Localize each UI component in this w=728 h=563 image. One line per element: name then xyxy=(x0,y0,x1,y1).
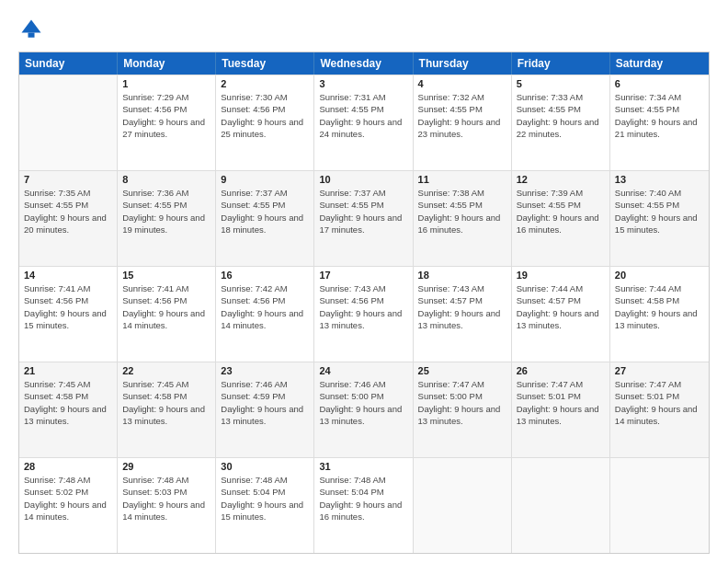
header-cell-saturday: Saturday xyxy=(610,52,709,75)
daylight-text: Daylight: 9 hours and 23 minutes. xyxy=(418,116,506,141)
calendar-cell: 17Sunrise: 7:43 AMSunset: 4:56 PMDayligh… xyxy=(314,267,413,362)
calendar: SundayMondayTuesdayWednesdayThursdayFrid… xyxy=(18,52,710,554)
calendar-cell: 26Sunrise: 7:47 AMSunset: 5:01 PMDayligh… xyxy=(512,362,610,457)
sunset-text: Sunset: 4:56 PM xyxy=(221,294,309,306)
day-number: 10 xyxy=(319,174,407,185)
calendar-cell: 21Sunrise: 7:45 AMSunset: 4:58 PMDayligh… xyxy=(19,362,118,457)
calendar-cell: 1Sunrise: 7:29 AMSunset: 4:56 PMDaylight… xyxy=(118,75,216,170)
sunrise-text: Sunrise: 7:48 AM xyxy=(221,474,309,486)
calendar-row: 28Sunrise: 7:48 AMSunset: 5:02 PMDayligh… xyxy=(19,457,709,553)
daylight-text: Daylight: 9 hours and 14 minutes. xyxy=(615,403,704,428)
calendar-cell: 18Sunrise: 7:43 AMSunset: 4:57 PMDayligh… xyxy=(414,267,512,362)
calendar-cell: 24Sunrise: 7:46 AMSunset: 5:00 PMDayligh… xyxy=(314,362,413,457)
sunrise-text: Sunrise: 7:45 AM xyxy=(122,378,210,390)
sunrise-text: Sunrise: 7:37 AM xyxy=(221,187,309,199)
calendar-cell xyxy=(610,458,709,553)
daylight-text: Daylight: 9 hours and 20 minutes. xyxy=(24,212,112,236)
day-number: 30 xyxy=(221,461,309,472)
sunrise-text: Sunrise: 7:37 AM xyxy=(319,187,407,199)
sunrise-text: Sunrise: 7:41 AM xyxy=(122,282,210,294)
daylight-text: Daylight: 9 hours and 13 minutes. xyxy=(418,307,506,332)
sunset-text: Sunset: 4:55 PM xyxy=(221,199,309,211)
day-number: 3 xyxy=(319,78,407,89)
calendar-body: 1Sunrise: 7:29 AMSunset: 4:56 PMDaylight… xyxy=(19,75,709,553)
daylight-text: Daylight: 9 hours and 15 minutes. xyxy=(221,499,309,523)
calendar-cell: 15Sunrise: 7:41 AMSunset: 4:56 PMDayligh… xyxy=(118,267,216,362)
sunset-text: Sunset: 5:02 PM xyxy=(24,486,112,498)
daylight-text: Daylight: 9 hours and 16 minutes. xyxy=(319,499,407,523)
sunrise-text: Sunrise: 7:44 AM xyxy=(517,282,605,294)
sunset-text: Sunset: 4:55 PM xyxy=(615,199,704,211)
sunset-text: Sunset: 5:03 PM xyxy=(122,486,210,498)
day-number: 9 xyxy=(221,174,309,185)
sunset-text: Sunset: 4:58 PM xyxy=(24,390,112,402)
sunset-text: Sunset: 4:55 PM xyxy=(24,199,112,211)
sunset-text: Sunset: 4:56 PM xyxy=(221,103,309,115)
day-number: 21 xyxy=(24,365,112,376)
header xyxy=(18,17,710,42)
daylight-text: Daylight: 9 hours and 14 minutes. xyxy=(24,499,112,523)
sunset-text: Sunset: 4:58 PM xyxy=(615,294,704,306)
daylight-text: Daylight: 9 hours and 24 minutes. xyxy=(319,116,407,141)
sunset-text: Sunset: 4:55 PM xyxy=(615,103,704,115)
sunset-text: Sunset: 4:55 PM xyxy=(418,199,506,211)
calendar-cell: 20Sunrise: 7:44 AMSunset: 4:58 PMDayligh… xyxy=(610,267,709,362)
day-number: 6 xyxy=(615,78,704,89)
sunrise-text: Sunrise: 7:34 AM xyxy=(615,91,704,103)
day-number: 23 xyxy=(221,365,309,376)
daylight-text: Daylight: 9 hours and 13 minutes. xyxy=(319,307,407,332)
sunset-text: Sunset: 4:57 PM xyxy=(517,294,605,306)
day-number: 12 xyxy=(517,174,605,185)
calendar-cell: 13Sunrise: 7:40 AMSunset: 4:55 PMDayligh… xyxy=(610,171,709,266)
logo xyxy=(18,17,48,42)
sunset-text: Sunset: 4:56 PM xyxy=(24,294,112,306)
calendar-cell: 12Sunrise: 7:39 AMSunset: 4:55 PMDayligh… xyxy=(512,171,610,266)
sunrise-text: Sunrise: 7:46 AM xyxy=(221,378,309,390)
calendar-row: 1Sunrise: 7:29 AMSunset: 4:56 PMDaylight… xyxy=(19,75,709,170)
day-number: 31 xyxy=(319,461,407,472)
day-number: 8 xyxy=(122,174,210,185)
day-number: 5 xyxy=(517,78,605,89)
sunrise-text: Sunrise: 7:36 AM xyxy=(122,187,210,199)
sunrise-text: Sunrise: 7:47 AM xyxy=(517,378,605,390)
daylight-text: Daylight: 9 hours and 21 minutes. xyxy=(615,116,704,141)
sunset-text: Sunset: 4:55 PM xyxy=(122,199,210,211)
calendar-cell: 27Sunrise: 7:47 AMSunset: 5:01 PMDayligh… xyxy=(610,362,709,457)
daylight-text: Daylight: 9 hours and 27 minutes. xyxy=(122,116,210,141)
sunset-text: Sunset: 5:04 PM xyxy=(319,486,407,498)
sunrise-text: Sunrise: 7:40 AM xyxy=(615,187,704,199)
daylight-text: Daylight: 9 hours and 13 minutes. xyxy=(319,403,407,428)
sunset-text: Sunset: 5:01 PM xyxy=(517,390,605,402)
calendar-cell: 28Sunrise: 7:48 AMSunset: 5:02 PMDayligh… xyxy=(19,458,118,553)
svg-rect-1 xyxy=(28,33,35,38)
daylight-text: Daylight: 9 hours and 18 minutes. xyxy=(221,212,309,236)
sunrise-text: Sunrise: 7:32 AM xyxy=(418,91,506,103)
sunrise-text: Sunrise: 7:30 AM xyxy=(221,91,309,103)
sunset-text: Sunset: 4:55 PM xyxy=(319,103,407,115)
day-number: 18 xyxy=(418,270,506,281)
day-number: 4 xyxy=(418,78,506,89)
daylight-text: Daylight: 9 hours and 22 minutes. xyxy=(517,116,605,141)
day-number: 14 xyxy=(24,270,112,281)
sunset-text: Sunset: 4:58 PM xyxy=(122,390,210,402)
sunset-text: Sunset: 5:00 PM xyxy=(418,390,506,402)
svg-marker-0 xyxy=(22,20,41,33)
daylight-text: Daylight: 9 hours and 25 minutes. xyxy=(221,116,309,141)
calendar-cell: 31Sunrise: 7:48 AMSunset: 5:04 PMDayligh… xyxy=(314,458,413,553)
sunrise-text: Sunrise: 7:48 AM xyxy=(122,474,210,486)
calendar-cell: 19Sunrise: 7:44 AMSunset: 4:57 PMDayligh… xyxy=(512,267,610,362)
calendar-cell: 25Sunrise: 7:47 AMSunset: 5:00 PMDayligh… xyxy=(414,362,512,457)
day-number: 29 xyxy=(122,461,210,472)
calendar-cell: 7Sunrise: 7:35 AMSunset: 4:55 PMDaylight… xyxy=(19,171,118,266)
sunrise-text: Sunrise: 7:45 AM xyxy=(24,378,112,390)
calendar-cell: 30Sunrise: 7:48 AMSunset: 5:04 PMDayligh… xyxy=(216,458,314,553)
page: SundayMondayTuesdayWednesdayThursdayFrid… xyxy=(0,0,728,563)
sunrise-text: Sunrise: 7:41 AM xyxy=(24,282,112,294)
sunset-text: Sunset: 4:55 PM xyxy=(517,103,605,115)
daylight-text: Daylight: 9 hours and 16 minutes. xyxy=(517,212,605,236)
calendar-cell: 29Sunrise: 7:48 AMSunset: 5:03 PMDayligh… xyxy=(118,458,216,553)
sunrise-text: Sunrise: 7:43 AM xyxy=(418,282,506,294)
calendar-cell: 2Sunrise: 7:30 AMSunset: 4:56 PMDaylight… xyxy=(216,75,314,170)
day-number: 22 xyxy=(122,365,210,376)
sunrise-text: Sunrise: 7:31 AM xyxy=(319,91,407,103)
